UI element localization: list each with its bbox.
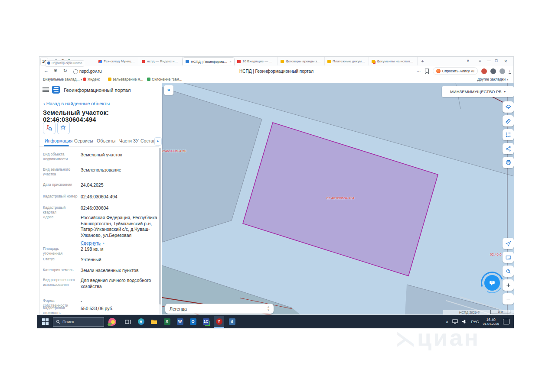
my-location-button[interactable] <box>503 238 514 249</box>
word-icon[interactable]: W <box>175 316 185 328</box>
browser-tab[interactable]: нспд — Яндекс нашёлся <box>139 57 183 65</box>
window-close-icon[interactable]: × <box>504 58 507 64</box>
diadoc-icon[interactable]: d <box>227 316 237 328</box>
yandex-browser-icon[interactable]: Y <box>214 316 224 328</box>
support-chat-widget[interactable] <box>481 272 503 294</box>
print-button[interactable] <box>503 157 514 168</box>
object-card-button[interactable] <box>503 252 514 263</box>
tab-favicon <box>237 60 241 63</box>
expand-collapse-icon: ˄˅ <box>268 306 269 311</box>
tray-expand-icon[interactable]: ∧ <box>446 320 449 324</box>
locate-on-map-button[interactable] <box>43 122 56 134</box>
profile-avatar[interactable] <box>481 68 487 74</box>
back-icon[interactable]: ← <box>44 68 49 73</box>
scrollbar-thumb[interactable] <box>159 148 161 305</box>
bookmark-icon[interactable] <box>424 68 429 74</box>
map-view[interactable]: 2:46:030604:50 02:46:030604:494 02:46:0 … <box>162 83 514 314</box>
browser-tab[interactable]: Тех-оклад Муниципалит <box>96 57 139 65</box>
favorite-star-button[interactable] <box>57 122 70 134</box>
browser-tab[interactable]: Договоры аренды земли <box>278 57 325 65</box>
card-icon <box>505 254 512 261</box>
taskbar-clock[interactable]: 16:4001.04.2026 <box>483 318 499 326</box>
bookmark-visual[interactable]: Визуальные заклад... ▾ <box>43 77 82 81</box>
browser-tab-bar: 10 Редактор скриншотов Тех-оклад Муницип… <box>39 57 513 66</box>
bookmark-yandex[interactable]: Яндекс <box>83 77 100 81</box>
url-text[interactable]: nspd.gov.ru <box>79 69 102 74</box>
edge-browser-icon[interactable]: e <box>136 316 146 328</box>
tab-services[interactable]: Сервисы <box>74 138 93 143</box>
screenshot-canvas: ⋋циан 10 Редактор скриншотов Тех-оклад М… <box>0 0 555 392</box>
reload-icon[interactable]: ↻ <box>63 68 67 74</box>
map-attribution: НСПД 2026 © <box>459 311 480 314</box>
parcel-label-left: 2:46:030604:50 <box>162 149 186 153</box>
measure-distance-button[interactable] <box>503 115 514 126</box>
site-info-icon[interactable] <box>73 69 78 74</box>
task-view-button[interactable] <box>123 316 133 328</box>
tab-search-icon[interactable]: ∨ <box>467 58 470 63</box>
browser-tab[interactable]: Платежные документы <box>325 57 369 65</box>
speaker-icon[interactable] <box>462 319 467 324</box>
tab-objects[interactable]: Объекты <box>97 138 115 143</box>
app-title: Геоинформационный портал <box>64 87 131 93</box>
share-icon <box>505 146 512 152</box>
zoom-out-button[interactable] <box>503 293 514 305</box>
window-minimize-icon[interactable]: — <box>487 58 491 63</box>
bookmark-item[interactable]: зельеварение м... <box>108 77 143 81</box>
organization-selector[interactable]: МИНЗЕМИМУЩЕСТВО РБ ▾ <box>442 86 514 97</box>
start-button[interactable] <box>42 318 49 325</box>
new-tab-button[interactable]: + <box>419 58 426 65</box>
tab-composition[interactable]: Состав <box>140 138 156 143</box>
profile-avatar[interactable] <box>490 68 496 74</box>
extensions-icon[interactable]: ◉ <box>54 68 57 72</box>
bookmark-item[interactable]: Склонение "зам... <box>147 77 182 81</box>
browser-tab[interactable]: 10 Входящие — Яндекс <box>235 57 278 65</box>
network-icon[interactable] <box>452 319 458 324</box>
browser-tab[interactable]: Документы на исполнен... <box>369 57 418 65</box>
panel-tabs: Информация Сервисы Объекты Части ЗУ Сост… <box>39 136 162 146</box>
excel-icon[interactable]: X <box>162 316 172 328</box>
language-indicator[interactable]: РУС <box>471 320 479 324</box>
ruler-icon <box>505 118 512 124</box>
layers-button[interactable] <box>503 101 514 113</box>
search-area-button[interactable] <box>503 266 514 277</box>
menu-hamburger-icon[interactable] <box>42 87 49 92</box>
chat-bubble-icon <box>484 275 500 291</box>
tab-information[interactable]: Информация <box>45 138 72 143</box>
tabs-scroll-right-button[interactable]: ▸ <box>154 137 162 146</box>
bookmark-favicon <box>147 78 150 81</box>
screenshot-editor-icon <box>47 62 50 65</box>
downloads-icon[interactable]: ↓ <box>509 69 511 74</box>
yandex-icon <box>83 78 86 81</box>
widget-weather-icon[interactable] <box>108 317 118 327</box>
window-menu-icon[interactable]: ≡ <box>479 58 481 63</box>
tab-favicon <box>186 60 189 63</box>
bookmark-favicon <box>108 78 111 81</box>
more-actions-icon[interactable]: ⋯ <box>417 69 421 74</box>
back-to-results-link[interactable]: ‹ Назад в найденные объекты <box>43 101 110 106</box>
zoom-in-button[interactable] <box>503 279 514 291</box>
browser-tab-active[interactable]: НСПД | Геоинформац... × <box>183 57 235 65</box>
search-icon <box>56 320 60 324</box>
page-title: НСПД | Геоинформационный портал <box>239 69 313 74</box>
nspd-logo-icon <box>52 86 60 94</box>
tab-parts[interactable]: Части ЗУ <box>119 138 139 143</box>
file-explorer-icon[interactable] <box>149 316 159 328</box>
collapse-address-link[interactable]: Свернуть ˄ <box>81 239 104 246</box>
outlook-icon[interactable]: O <box>188 316 198 328</box>
measure-area-button[interactable] <box>503 129 514 140</box>
other-bookmarks[interactable]: Другие закладки ▾ <box>477 77 508 81</box>
window-maximize-icon[interactable]: □ <box>495 58 497 63</box>
panel-collapse-button[interactable]: « <box>164 85 173 95</box>
profile-avatar[interactable] <box>500 68 505 74</box>
share-button[interactable] <box>503 143 514 154</box>
panel-scrollbar[interactable] <box>159 148 161 314</box>
legend-expander[interactable]: Легенда ˄˅ <box>165 304 274 314</box>
tab-close-icon[interactable]: × <box>229 60 232 64</box>
minus-icon <box>505 296 512 302</box>
taskbar-search-input[interactable]: Поиск <box>53 317 104 327</box>
1c-docflow-icon[interactable]: 1С <box>201 316 211 328</box>
ask-alisa-button[interactable]: Спросить Алису AI <box>433 67 478 75</box>
tab-favicon <box>281 60 284 63</box>
notification-center-icon[interactable] <box>503 319 509 324</box>
printer-icon <box>505 159 512 166</box>
